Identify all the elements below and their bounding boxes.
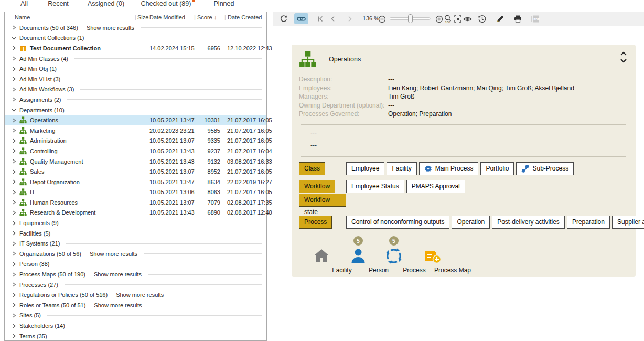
chevron-right-icon[interactable] xyxy=(11,210,17,216)
tree-item-row[interactable]: Test Document Collection14.02.2024 15:15… xyxy=(5,43,266,54)
tag-button[interactable]: Facility xyxy=(387,162,416,175)
tag-category-button[interactable]: Workflow state xyxy=(299,194,346,207)
chevron-right-icon[interactable] xyxy=(11,158,17,164)
tab-assigned[interactable]: Assigned (0) xyxy=(88,0,124,7)
chevron-right-icon[interactable] xyxy=(11,169,17,175)
chevron-right-icon[interactable] xyxy=(11,282,17,287)
zoom-slider-handle[interactable] xyxy=(408,14,413,23)
pdf-export-icon[interactable]: PDF xyxy=(531,14,540,24)
go-to-next-icon[interactable] xyxy=(345,14,355,24)
tag-button[interactable]: Sub-Process xyxy=(516,162,574,175)
chevron-right-icon[interactable] xyxy=(11,313,17,318)
sort-descending-icon[interactable]: ↓ xyxy=(214,14,217,20)
tree-item-row[interactable]: IT10.05.2021 13:06806321.07.2017 16:05 xyxy=(5,187,266,198)
related-item-facility[interactable]: Facility xyxy=(301,236,342,274)
tree-group-row[interactable]: Organizations (50 of 56)Show more result… xyxy=(5,249,266,259)
link-button[interactable] xyxy=(294,13,308,24)
visibility-eye-icon[interactable] xyxy=(463,14,472,24)
chevron-right-icon[interactable] xyxy=(11,220,17,226)
tree-group-row[interactable]: Documents (50 of 346)Show more results xyxy=(5,23,266,33)
chevron-right-icon[interactable] xyxy=(11,127,17,133)
tag-category-button[interactable]: Process xyxy=(299,216,332,229)
show-more-results-link[interactable]: Show more results xyxy=(116,292,164,298)
zoom-original-100-icon[interactable]: 100 xyxy=(443,14,453,24)
tag-button[interactable]: Supplier audit xyxy=(612,216,644,229)
chevron-right-icon[interactable] xyxy=(11,261,17,267)
zoom-in-icon[interactable] xyxy=(434,14,444,24)
chevron-right-icon[interactable] xyxy=(11,66,17,72)
tab-all[interactable]: All xyxy=(20,0,28,7)
tag-button[interactable]: PMAPS Approval xyxy=(406,180,465,193)
tree-item-row[interactable]: Marketing20.02.2023 23:21958521.07.2017 … xyxy=(5,125,266,136)
chevron-right-icon[interactable] xyxy=(11,272,17,278)
chevron-right-icon[interactable] xyxy=(11,292,17,298)
tree-group-row[interactable]: Stakeholders (14) xyxy=(5,321,266,331)
tree-group-row[interactable]: Document Collections (1) xyxy=(5,33,266,44)
column-header-name[interactable]: Name xyxy=(15,14,30,20)
tree-group-row[interactable]: Equipments (9) xyxy=(5,218,266,228)
column-header-score[interactable]: Score xyxy=(197,14,212,20)
tag-button[interactable]: Employee xyxy=(346,162,384,175)
tag-button[interactable]: Post-delivery activities xyxy=(492,216,565,229)
column-header-size[interactable]: Size xyxy=(137,14,148,20)
chevron-right-icon[interactable] xyxy=(11,87,17,92)
chevron-right-icon[interactable] xyxy=(11,251,17,257)
related-item-process[interactable]: 5Process xyxy=(373,236,414,274)
tree-group-row[interactable]: Ad Min Classes (4) xyxy=(5,54,266,64)
tree-group-row[interactable]: Regulations or Policies (50 of 516)Show … xyxy=(5,290,266,300)
tree-item-row[interactable]: Controlling10.05.2021 13:43923721.07.201… xyxy=(5,146,266,156)
tree-group-row[interactable]: IT Systems (21) xyxy=(5,238,266,249)
show-more-results-link[interactable]: Show more results xyxy=(87,25,134,31)
chevron-right-icon[interactable] xyxy=(11,323,17,329)
chevron-right-icon[interactable] xyxy=(11,179,17,185)
chevron-right-icon[interactable] xyxy=(11,148,17,154)
tree-item-row[interactable]: Administration10.05.2021 13:07933521.07.… xyxy=(5,136,266,146)
tree-group-row[interactable]: Ad Min VList (3) xyxy=(5,74,266,84)
tree-item-row[interactable]: Operations10.05.2021 13:471030121.07.201… xyxy=(5,115,266,125)
chevron-down-icon[interactable] xyxy=(11,35,17,41)
chevron-right-icon[interactable] xyxy=(11,241,17,247)
tree-group-row[interactable]: Roles or Teams (50 of 51)Show more resul… xyxy=(5,300,266,311)
chevron-right-icon[interactable] xyxy=(11,76,17,82)
tree-group-row[interactable]: Process Maps (50 of 190)Show more result… xyxy=(5,269,266,280)
chevron-right-icon[interactable] xyxy=(11,333,17,339)
chevron-right-icon[interactable] xyxy=(11,118,17,123)
tree-group-row[interactable]: Facilities (5) xyxy=(5,228,266,239)
show-more-results-link[interactable]: Show more results xyxy=(94,302,142,308)
tree-group-row[interactable]: Terms (35) xyxy=(5,331,266,341)
print-icon[interactable] xyxy=(513,14,522,24)
tree-group-row[interactable]: Assignments (2) xyxy=(5,94,266,105)
tab-pinned[interactable]: Pinned xyxy=(214,0,234,7)
tree-item-row[interactable]: Quality Management10.05.2021 13:43913203… xyxy=(5,156,266,167)
history-icon[interactable] xyxy=(477,14,487,24)
expand-down-icon[interactable] xyxy=(619,58,628,65)
zoom-to-fit-icon[interactable] xyxy=(453,14,463,24)
tree-group-row[interactable]: Sites (5) xyxy=(5,311,266,321)
edit-pencil-icon[interactable] xyxy=(496,14,505,24)
chevron-right-icon[interactable] xyxy=(11,138,17,144)
tag-button[interactable]: Employee Status xyxy=(346,180,404,193)
tag-button[interactable]: Preparation xyxy=(567,216,610,229)
tag-button[interactable]: Portfolio xyxy=(480,162,514,175)
chevron-right-icon[interactable] xyxy=(11,199,17,205)
chevron-right-icon[interactable] xyxy=(11,97,17,102)
tree-group-row[interactable]: Ad Min Workflows (3) xyxy=(5,84,266,95)
chevron-down-icon[interactable] xyxy=(11,107,17,113)
chevron-right-icon[interactable] xyxy=(11,25,17,30)
go-to-previous-icon[interactable] xyxy=(328,14,338,24)
tab-checked-out[interactable]: Checked out (89) xyxy=(141,0,195,7)
tree-group-row[interactable]: Person (38) xyxy=(5,259,266,270)
tab-recent[interactable]: Recent xyxy=(48,0,69,7)
show-more-results-link[interactable]: Show more results xyxy=(94,271,142,278)
chevron-right-icon[interactable] xyxy=(11,302,17,308)
tree-item-row[interactable]: Sales10.05.2021 13:07895221.07.2017 16:0… xyxy=(5,166,266,177)
chevron-right-icon[interactable] xyxy=(11,45,17,51)
tag-category-button[interactable]: Class xyxy=(299,162,325,175)
tree-group-row[interactable]: Departments (10) xyxy=(5,105,266,115)
chevron-right-icon[interactable] xyxy=(11,189,17,195)
related-item-process-map[interactable]: Process Map xyxy=(412,236,453,274)
refresh-icon[interactable] xyxy=(279,14,288,24)
tree-item-row[interactable]: Research & Development10.05.2021 13:4368… xyxy=(5,208,266,218)
chevron-right-icon[interactable] xyxy=(11,56,17,61)
chevron-right-icon[interactable] xyxy=(11,230,17,236)
